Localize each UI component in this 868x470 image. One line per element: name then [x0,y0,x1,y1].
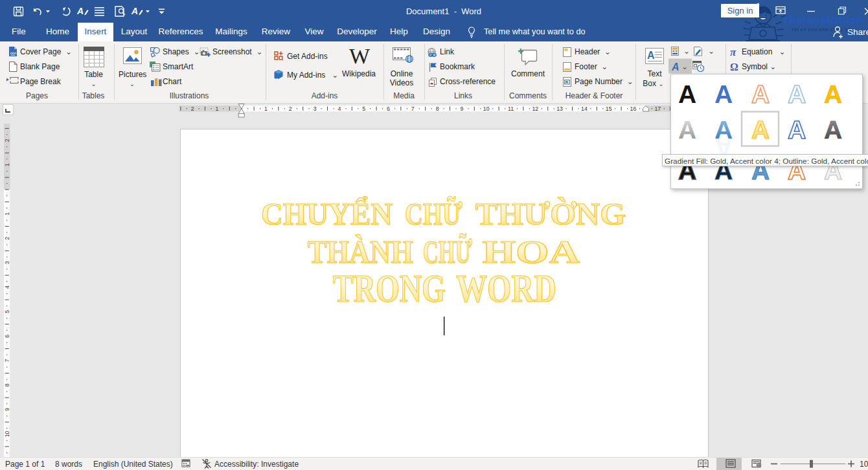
svg-text:10: 10 [483,106,490,112]
svg-text:A: A [671,62,680,73]
svg-text:A: A [647,50,655,61]
svg-text:12: 12 [532,106,538,112]
svg-text:A: A [824,116,842,144]
svg-text:A: A [678,80,696,108]
svg-text:1: 1 [4,163,10,166]
svg-text:A: A [788,116,806,144]
svg-text:A: A [788,80,806,108]
svg-text:5: 5 [4,310,10,313]
svg-text:CHỮ: CHỮ [423,233,472,269]
svg-text:A: A [678,116,696,144]
svg-text:A: A [714,80,733,108]
svg-text:3: 3 [4,261,10,264]
svg-text:13: 13 [556,106,563,112]
svg-text:A: A [131,6,138,16]
svg-text:Share: Share [847,27,868,37]
svg-text:4: 4 [337,106,341,112]
svg-text:8: 8 [436,106,439,112]
svg-text:8: 8 [4,383,10,386]
svg-text:15: 15 [606,106,612,112]
svg-text:CHUYỂN: CHUYỂN [261,196,393,231]
svg-text:2: 2 [191,106,194,112]
svg-text:2: 2 [4,236,10,240]
svg-text:9: 9 [4,408,10,411]
svg-text:10: 10 [4,431,10,437]
svg-text:9: 9 [460,106,463,112]
svg-text:HOA: HOA [483,233,580,270]
svg-text:WORD: WORD [456,267,556,311]
svg-text:7: 7 [4,359,10,362]
svg-text:Ω: Ω [730,62,738,73]
svg-text:5: 5 [362,106,365,112]
svg-text:THÀNH: THÀNH [308,233,413,270]
svg-text:2: 2 [289,106,292,112]
svg-text:1: 1 [4,212,10,216]
svg-text:4: 4 [4,285,10,289]
svg-text:17: 17 [654,106,661,112]
svg-text:W: W [349,44,371,68]
svg-text:1: 1 [264,106,268,112]
svg-text:1: 1 [215,106,218,112]
svg-text:2: 2 [4,139,10,142]
svg-text:11: 11 [508,106,514,112]
svg-text:3: 3 [314,106,317,112]
svg-text:16: 16 [630,106,637,112]
svg-text:A: A [751,80,770,108]
svg-text:CHỮ: CHỮ [405,196,463,232]
svg-text:6: 6 [387,106,390,112]
svg-text:7: 7 [411,106,415,112]
svg-text:A: A [751,116,770,144]
svg-text:TRONG: TRONG [333,267,446,311]
svg-text:THƯỜNG: THƯỜNG [475,196,626,232]
svg-text:A: A [76,6,84,16]
svg-text:6: 6 [4,335,10,338]
svg-text:100%: 100% [860,460,868,469]
svg-text:π: π [730,46,737,58]
svg-text:14: 14 [581,106,588,112]
svg-text:A: A [824,80,842,108]
